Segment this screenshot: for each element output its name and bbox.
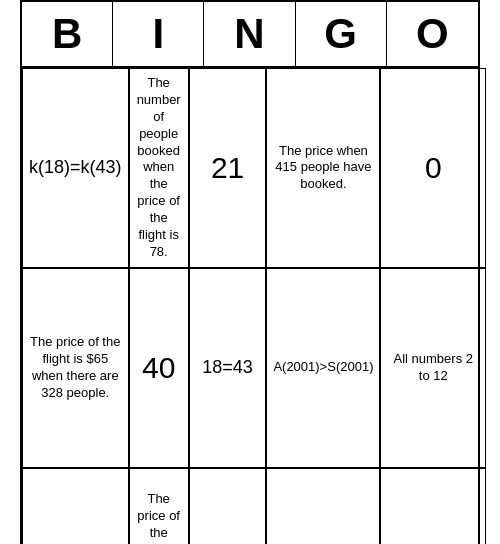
bingo-cell: 21 xyxy=(189,68,267,268)
bingo-card: BINGO k(18)=k(43)The number of people bo… xyxy=(20,0,480,544)
bingo-cell: Free! xyxy=(189,468,267,544)
bingo-cell: < xyxy=(266,468,380,544)
header-letter: O xyxy=(387,2,478,66)
bingo-cell: The price of the flight is $65 when ther… xyxy=(22,268,129,468)
bingo-cell: The price when 415 people have booked. xyxy=(266,68,380,268)
bingo-header: BINGO xyxy=(22,2,478,68)
bingo-cell: k(18)=k(43) xyxy=(22,68,129,268)
bingo-cell: All numbers 2 to 12 xyxy=(380,268,486,468)
bingo-grid: k(18)=k(43)The number of people booked w… xyxy=(22,68,478,544)
bingo-cell: 39 xyxy=(22,468,129,544)
header-letter: B xyxy=(22,2,113,66)
header-letter: N xyxy=(204,2,295,66)
bingo-cell: 40 xyxy=(129,268,189,468)
bingo-cell: The number of people booked when the pri… xyxy=(129,68,189,268)
bingo-cell: 0 xyxy=(380,68,486,268)
bingo-cell: The price of the flight when there is 78… xyxy=(129,468,189,544)
header-letter: I xyxy=(113,2,204,66)
bingo-cell: A(2001)>S(2001) xyxy=(266,268,380,468)
header-letter: G xyxy=(296,2,387,66)
bingo-cell: 18=43 xyxy=(189,268,267,468)
bingo-cell: (0,11) xyxy=(380,468,486,544)
